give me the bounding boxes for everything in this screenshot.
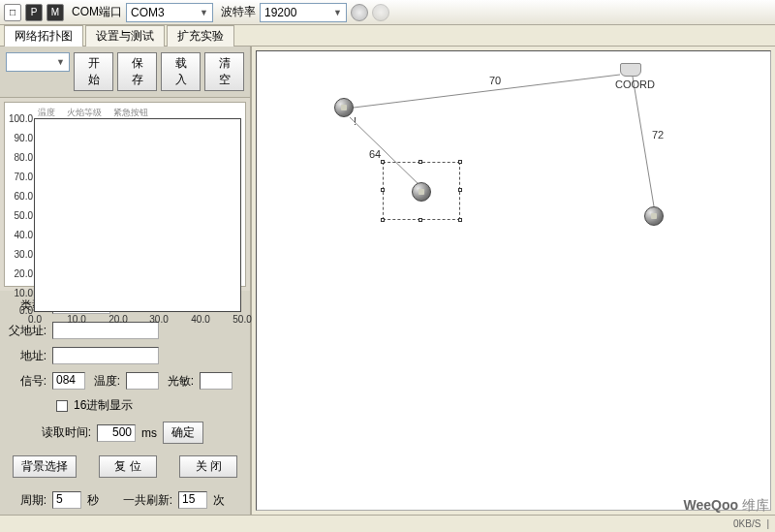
coord-label: COORD	[615, 78, 655, 90]
app-icon[interactable]: □	[4, 4, 21, 21]
temp-label: 温度:	[91, 373, 120, 390]
signal-label: 信号:	[8, 373, 46, 390]
hex-label: 16进制显示	[74, 397, 133, 414]
node-a-label: !	[354, 115, 356, 127]
tab-settings[interactable]: 设置与测试	[85, 25, 165, 47]
close-button[interactable]: 关 闭	[179, 455, 237, 478]
chevron-down-icon: ▼	[200, 8, 208, 17]
plot-panel: 温度 火焰等级 紧急按钮 100.0 90.0 80.0 70.0 60.0 5…	[4, 102, 246, 287]
coord-node[interactable]	[620, 63, 641, 77]
refresh-label: 一共刷新:	[118, 492, 172, 509]
save-button[interactable]: 保存	[117, 52, 157, 91]
baud-value: 19200	[264, 6, 296, 19]
read-interval-label: 读取时间:	[37, 424, 91, 441]
cycle-label: 周期:	[8, 492, 46, 509]
disconnect-icon[interactable]	[372, 4, 389, 21]
bgselect-button[interactable]: 背景选择	[13, 455, 77, 478]
port-value: COM3	[131, 6, 165, 19]
topology-edges	[257, 51, 770, 510]
addr-label: 地址:	[8, 348, 46, 364]
read-interval-field[interactable]: 500	[97, 424, 136, 442]
lux-field[interactable]	[200, 372, 232, 390]
temp-field[interactable]	[126, 372, 159, 390]
cycle-field[interactable]: 5	[52, 491, 81, 509]
main-area: ▼ 开始 保存 载入 清空 温度 火焰等级 紧急按钮 100.0 90.0 80…	[0, 47, 775, 515]
edge-label-72: 72	[652, 129, 664, 141]
plot-axes[interactable]: 100.0 90.0 80.0 70.0 60.0 50.0 40.0 30.0…	[34, 118, 241, 312]
chevron-down-icon: ▼	[56, 57, 65, 67]
cycle-unit: 秒	[87, 492, 99, 509]
baud-label: 波特率	[221, 4, 256, 20]
chevron-down-icon: ▼	[333, 8, 342, 17]
status-divider: |	[766, 518, 769, 529]
clear-button[interactable]: 清空	[204, 52, 244, 91]
selection-box[interactable]	[383, 162, 460, 220]
svg-line-0	[354, 75, 620, 108]
connect-icon[interactable]	[351, 4, 368, 21]
signal-field[interactable]: 084	[52, 372, 85, 390]
read-interval-unit: ms	[141, 426, 157, 440]
baud-combo[interactable]: 19200 ▼	[260, 3, 347, 22]
top-toolbar: □ P M COM端口 COM3 ▼ 波特率 19200 ▼	[0, 0, 775, 25]
tab-experiments[interactable]: 扩充实验	[167, 25, 234, 47]
load-button[interactable]: 载入	[161, 52, 201, 91]
tab-strip: 网络拓扑图 设置与测试 扩充实验	[0, 25, 775, 47]
status-rate: 0KB/S	[733, 518, 760, 529]
parent-addr-label: 父地址:	[8, 323, 46, 339]
node-c[interactable]	[644, 206, 664, 226]
confirm-button[interactable]: 确定	[163, 422, 203, 444]
unit-combo[interactable]: ▼	[6, 52, 70, 72]
refresh-field[interactable]: 15	[178, 491, 207, 509]
node-a[interactable]	[334, 98, 354, 117]
refresh-unit: 次	[213, 492, 225, 509]
svg-line-1	[633, 77, 654, 206]
edge-label-64: 64	[369, 148, 381, 160]
reset-button[interactable]: 复 位	[99, 455, 157, 478]
edge-label-70: 70	[489, 75, 501, 86]
tab-topology[interactable]: 网络拓扑图	[4, 25, 83, 47]
sidebar-toolbar: ▼ 开始 保存 载入 清空	[0, 47, 250, 98]
lux-label: 光敏:	[165, 373, 194, 390]
status-bar: 0KB/S |	[0, 515, 775, 532]
start-button[interactable]: 开始	[74, 52, 113, 91]
port-label: COM端口	[72, 4, 122, 20]
addr-field[interactable]	[52, 347, 159, 364]
sidebar: ▼ 开始 保存 载入 清空 温度 火焰等级 紧急按钮 100.0 90.0 80…	[0, 47, 252, 515]
topology-canvas[interactable]: COORD 70 72 64 !	[256, 50, 771, 511]
hex-checkbox[interactable]	[56, 400, 68, 412]
toolbar-icon-1[interactable]: P	[25, 4, 43, 21]
port-combo[interactable]: COM3 ▼	[126, 3, 213, 22]
toolbar-icon-2[interactable]: M	[46, 4, 64, 21]
